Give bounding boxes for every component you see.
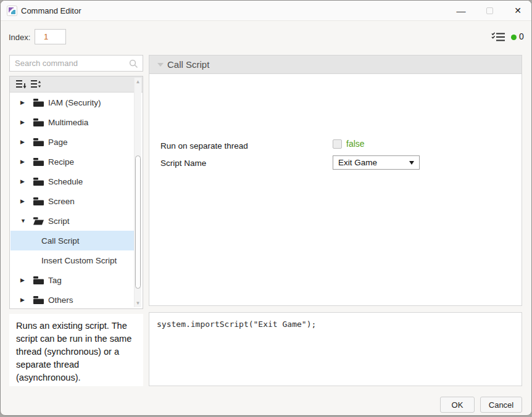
search-input[interactable] [10, 56, 143, 71]
chevron-right-icon[interactable]: ▶ [20, 139, 28, 145]
scrollbar-thumb[interactable] [135, 155, 141, 289]
index-label: Index: [9, 33, 30, 42]
thread-value: false [346, 139, 365, 149]
folder-open-icon [33, 217, 44, 225]
titlebar: Command Editor — ✕ [1, 1, 531, 21]
command-description-box: Runs an existing script. The script can … [9, 314, 143, 386]
tree-item-page[interactable]: ▶ Page [10, 132, 136, 152]
tree-item-label: Call Script [41, 236, 80, 246]
status-dot-icon [511, 35, 517, 40]
tree-item-label: Multimedia [48, 118, 88, 127]
config-title: Call Script [167, 59, 209, 70]
command-list-icon[interactable] [491, 32, 505, 42]
tree-item-multimedia[interactable]: ▶ Multimedia [10, 112, 136, 132]
dropdown-selected-value: Exit Game [338, 158, 377, 167]
tree-item-call-script[interactable]: Call Script [10, 231, 136, 250]
command-editor-window: Command Editor — ✕ Index: 0 [0, 0, 532, 416]
dropdown-arrow-icon [409, 161, 414, 165]
command-tree-panel: ▶ IAM (Security) ▶ Multimedia ▶ Page ▶ R… [9, 76, 143, 309]
folder-closed-icon [33, 118, 44, 126]
chevron-right-icon[interactable]: ▶ [20, 277, 28, 283]
expand-all-icon[interactable] [30, 80, 41, 89]
tree-item-label: Recipe [48, 157, 74, 167]
folder-closed-icon [33, 276, 44, 284]
chevron-down-icon [157, 63, 164, 67]
tree-item-label: Insert Custom Script [41, 256, 117, 265]
chevron-right-icon[interactable]: ▶ [20, 297, 28, 303]
index-input[interactable] [35, 29, 66, 44]
tree-item-label: Screen [48, 197, 75, 206]
config-header[interactable]: Call Script [149, 56, 522, 74]
generated-code: system.importScript("Exit Game"); [157, 320, 316, 329]
chevron-right-icon[interactable]: ▶ [20, 119, 28, 125]
tree-toolbar [10, 76, 143, 93]
tree-item-label: Schedule [48, 177, 83, 186]
folder-closed-icon [33, 295, 44, 304]
tree-item-iam-security[interactable]: ▶ IAM (Security) [10, 93, 136, 112]
folder-closed-icon [33, 177, 44, 186]
close-button[interactable]: ✕ [510, 3, 526, 18]
tree-item-label: Others [48, 295, 73, 305]
script-name-dropdown[interactable]: Exit Game [333, 155, 420, 170]
tree-item-label: Tag [48, 276, 62, 285]
command-config-panel: Call Script Run on separate thread false… [149, 55, 522, 306]
chevron-down-icon[interactable]: ▼ [20, 218, 28, 224]
tree-item-others[interactable]: ▶ Others [10, 290, 136, 310]
scroll-up-icon[interactable]: ▲ [135, 79, 141, 85]
chevron-right-icon[interactable]: ▶ [20, 159, 28, 165]
cancel-button[interactable]: Cancel [480, 397, 522, 413]
search-box [9, 55, 143, 72]
tree-item-script[interactable]: ▼ Script [10, 211, 136, 231]
folder-closed-icon [33, 197, 44, 205]
chevron-right-icon[interactable]: ▶ [20, 99, 28, 105]
collapse-all-icon[interactable] [15, 80, 27, 89]
folder-closed-icon [33, 98, 44, 107]
tree-item-insert-custom-script[interactable]: Insert Custom Script [10, 250, 136, 270]
folder-closed-icon [33, 157, 44, 166]
ok-button[interactable]: OK [440, 397, 475, 413]
search-icon [129, 59, 138, 68]
tree-item-schedule[interactable]: ▶ Schedule [10, 171, 136, 191]
script-name-label: Script Name [160, 159, 206, 168]
code-preview-panel[interactable]: system.importScript("Exit Game"); [149, 312, 522, 386]
maximize-button[interactable] [481, 3, 497, 18]
tree-item-recipe[interactable]: ▶ Recipe [10, 152, 136, 171]
tree-item-label: Page [48, 138, 68, 147]
folder-closed-icon [33, 138, 44, 146]
minimize-button[interactable]: — [453, 3, 469, 18]
status-count: 0 [519, 31, 524, 41]
thread-checkbox[interactable] [333, 139, 342, 149]
window-title: Command Editor [21, 6, 81, 15]
tree-item-tag[interactable]: ▶ Tag [10, 270, 136, 290]
tree-item-label: IAM (Security) [48, 98, 101, 107]
tree-item-screen[interactable]: ▶ Screen [10, 191, 136, 211]
tree-item-label: Script [48, 217, 70, 226]
app-logo-icon [7, 6, 17, 16]
thread-field-label: Run on separate thread [160, 141, 248, 151]
tree-scrollbar[interactable]: ▲ ▼ [134, 78, 141, 307]
chevron-right-icon[interactable]: ▶ [20, 198, 28, 204]
chevron-right-icon[interactable]: ▶ [20, 178, 28, 184]
scroll-down-icon[interactable]: ▼ [135, 300, 141, 306]
command-description: Runs an existing script. The script can … [16, 320, 138, 384]
